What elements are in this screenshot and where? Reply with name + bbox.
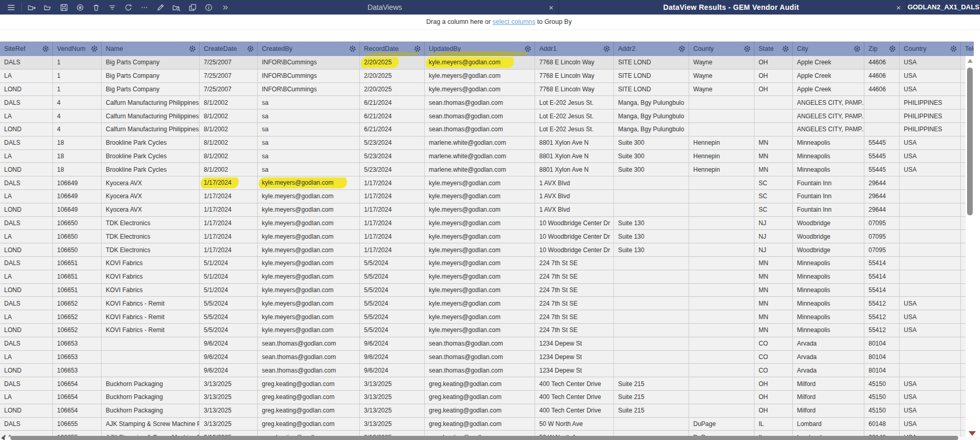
- cell-city[interactable]: Milford: [793, 404, 864, 417]
- cell-vendnum[interactable]: 106651: [53, 284, 102, 297]
- cell-siteref[interactable]: DALS: [0, 337, 53, 350]
- cell-state[interactable]: MN: [754, 310, 793, 323]
- cell-name[interactable]: Kyocera AVX: [102, 203, 200, 216]
- cell-telex[interactable]: [961, 337, 965, 350]
- cell-siteref[interactable]: LA: [0, 270, 53, 283]
- cell-name[interactable]: Big Parts Company: [102, 70, 200, 82]
- cell-createdate[interactable]: 5/1/2024: [200, 257, 258, 270]
- cell-createdby[interactable]: kyle.meyers@godlan.com: [258, 257, 360, 270]
- cell-zip[interactable]: 55414: [864, 257, 900, 270]
- column-settings-gear-icon[interactable]: [349, 45, 356, 52]
- cell-state[interactable]: MN: [754, 136, 793, 149]
- column-header-createdby[interactable]: CreatedBy: [258, 42, 360, 56]
- cell-recorddate[interactable]: 1/17/2024: [360, 230, 425, 243]
- cell-addr1[interactable]: 10 Woodbridge Center Dr: [535, 217, 614, 230]
- cell-recorddate[interactable]: 5/23/2024: [360, 163, 425, 176]
- cell-recorddate[interactable]: 6/21/2024: [360, 109, 425, 122]
- table-row[interactable]: DALS106652KOVI Fabrics - Remit5/5/2024ky…: [0, 297, 965, 310]
- cell-country[interactable]: [900, 203, 961, 216]
- cell-addr1[interactable]: 400 Tech Center Drive: [535, 391, 614, 404]
- cell-vendnum[interactable]: 1: [53, 56, 102, 69]
- cell-recorddate[interactable]: 3/13/2025: [360, 377, 425, 390]
- cell-vendnum[interactable]: 106654: [53, 377, 102, 390]
- column-header-telex[interactable]: Telex: [961, 42, 974, 56]
- column-header-addr2[interactable]: Addr2: [614, 42, 689, 56]
- cell-siteref[interactable]: LOND: [0, 83, 53, 96]
- cell-siteref[interactable]: LOND: [0, 284, 53, 297]
- cell-name[interactable]: Brookline Park Cycles: [102, 150, 200, 163]
- vertical-scrollbar-thumb[interactable]: [967, 67, 973, 215]
- cell-zip[interactable]: 55445: [864, 163, 900, 176]
- table-row[interactable]: DALS106655AJK Stamping & Screw Machine P…: [0, 418, 965, 431]
- cell-addr2[interactable]: Suite 215: [614, 391, 689, 404]
- cell-state[interactable]: MN: [754, 284, 793, 297]
- cell-name[interactable]: Brookline Park Cycles: [102, 163, 200, 176]
- cell-state[interactable]: OH: [754, 70, 793, 82]
- cell-telex[interactable]: [961, 324, 965, 337]
- cell-state[interactable]: SC: [754, 176, 793, 189]
- close-results-button[interactable]: ×: [892, 0, 905, 15]
- cell-addr1[interactable]: 7768 E Lincoln Way: [535, 83, 614, 96]
- cell-zip[interactable]: 44606: [864, 70, 900, 82]
- cell-name[interactable]: Big Parts Company: [102, 83, 200, 96]
- cell-country[interactable]: PHILIPPINES: [900, 96, 961, 109]
- cell-zip[interactable]: 55412: [864, 324, 900, 337]
- cell-country[interactable]: USA: [900, 391, 961, 404]
- cell-recorddate[interactable]: 9/6/2024: [360, 364, 425, 377]
- cell-siteref[interactable]: LA: [0, 190, 53, 203]
- cell-addr1[interactable]: 1234 Depew St: [535, 337, 614, 350]
- cell-addr2[interactable]: Suite 130: [614, 230, 689, 243]
- cell-vendnum[interactable]: 1: [53, 70, 102, 82]
- horizontal-scrollbar-thumb[interactable]: [10, 436, 958, 440]
- cell-recorddate[interactable]: 9/6/2024: [360, 337, 425, 350]
- cell-zip[interactable]: [864, 123, 900, 136]
- cell-vendnum[interactable]: 106655: [53, 418, 102, 431]
- column-header-city[interactable]: City: [793, 42, 864, 56]
- cell-telex[interactable]: [961, 163, 965, 176]
- cell-updatedby[interactable]: kyle.meyers@godlan.com: [425, 257, 535, 270]
- cell-vendnum[interactable]: 106649: [53, 190, 102, 203]
- cell-state[interactable]: CO: [754, 351, 793, 364]
- cell-siteref[interactable]: DALS: [0, 217, 53, 230]
- cell-name[interactable]: Calfurn Manufacturing Philippines, ...: [102, 109, 200, 122]
- cell-addr1[interactable]: 8801 Xylon Ave N: [535, 136, 614, 149]
- cell-vendnum[interactable]: 106654: [53, 404, 102, 417]
- cell-state[interactable]: OH: [754, 377, 793, 390]
- cell-telex[interactable]: [961, 364, 965, 377]
- cell-recorddate[interactable]: 5/5/2024: [360, 270, 425, 283]
- cell-siteref[interactable]: LA: [0, 109, 53, 122]
- column-header-country[interactable]: Country: [900, 42, 961, 56]
- cell-name[interactable]: Calfurn Manufacturing Philippines, ...: [102, 96, 200, 109]
- cell-addr1[interactable]: 10 Woodbridge Center Dr: [535, 243, 614, 256]
- cell-updatedby[interactable]: greg.keating@godlan.com: [425, 377, 535, 390]
- cell-createdby[interactable]: greg.keating@godlan.com: [258, 418, 360, 431]
- folder-open-icon[interactable]: [40, 0, 56, 15]
- cell-addr2[interactable]: Suite 300: [614, 136, 689, 149]
- cell-addr2[interactable]: SITE LOND: [614, 56, 689, 69]
- cell-name[interactable]: KOVI Fabrics - Remit: [102, 297, 200, 310]
- vertical-scroll-down-arrow[interactable]: [969, 431, 976, 436]
- cell-zip[interactable]: [864, 96, 900, 109]
- cell-addr2[interactable]: [614, 257, 689, 270]
- cell-siteref[interactable]: DALS: [0, 257, 53, 270]
- cell-siteref[interactable]: LA: [0, 230, 53, 243]
- cell-vendnum[interactable]: 106650: [53, 230, 102, 243]
- cell-county[interactable]: Wayne: [689, 83, 754, 96]
- column-settings-gear-icon[interactable]: [853, 45, 861, 52]
- cell-addr2[interactable]: SITE LOND: [614, 70, 689, 82]
- cell-updatedby[interactable]: greg.keating@godlan.com: [425, 404, 535, 417]
- cell-createdby[interactable]: sean.thomas@godlan.com: [258, 351, 360, 364]
- cell-createdate[interactable]: 5/5/2024: [200, 310, 258, 323]
- cell-createdate[interactable]: 8/1/2002: [200, 136, 258, 149]
- table-row[interactable]: LOND1Big Parts Company7/25/2007INFOR\BCu…: [0, 83, 965, 97]
- cell-county[interactable]: [689, 284, 754, 297]
- table-row[interactable]: LA106652KOVI Fabrics - Remit5/5/2024kyle…: [0, 310, 965, 324]
- edit-icon[interactable]: [152, 0, 169, 15]
- cell-addr2[interactable]: [614, 176, 689, 189]
- cell-county[interactable]: [689, 96, 754, 109]
- menu-icon[interactable]: [3, 0, 19, 15]
- cell-recorddate[interactable]: 2/20/2025: [360, 56, 425, 69]
- table-row[interactable]: LOND106654Buckhorn Packaging3/13/2025gre…: [0, 404, 965, 418]
- cell-zip[interactable]: 60148: [864, 418, 900, 431]
- cell-zip[interactable]: 07095: [864, 230, 900, 243]
